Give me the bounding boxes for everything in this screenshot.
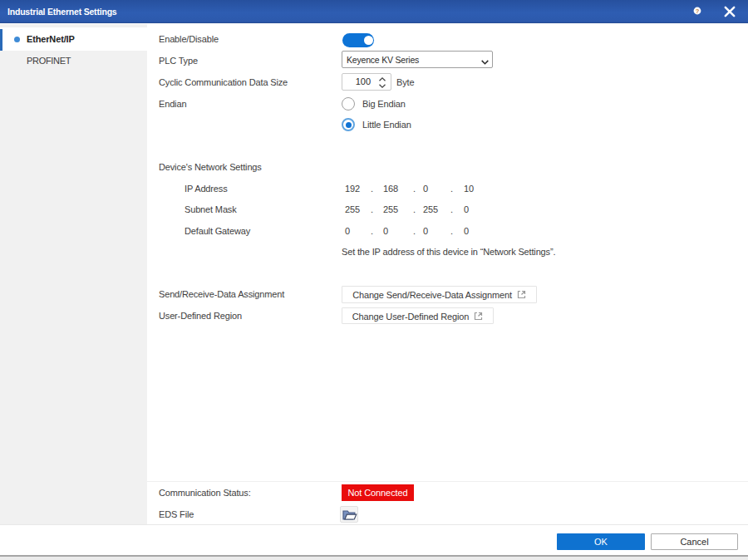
svg-text:?: ? [696, 7, 700, 15]
